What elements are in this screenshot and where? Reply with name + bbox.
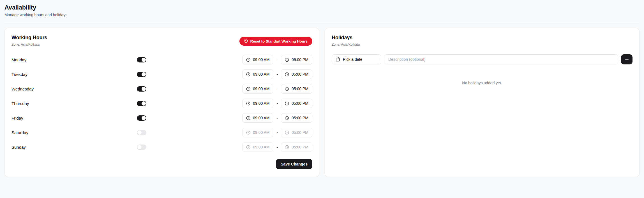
time-group: 09:00 AM - 05:00 PM bbox=[242, 84, 312, 94]
calendar-icon bbox=[336, 57, 340, 62]
working-hours-card: Working Hours Zone: Asia/Kolkata Reset t… bbox=[4, 28, 319, 177]
time-start-button[interactable]: 09:00 AM bbox=[242, 142, 273, 152]
time-separator: - bbox=[276, 57, 278, 62]
time-group: 09:00 AM - 05:00 PM bbox=[242, 99, 312, 108]
working-hours-header: Working Hours Zone: Asia/Kolkata Reset t… bbox=[11, 35, 312, 46]
start-time-value: 09:00 AM bbox=[253, 72, 269, 76]
time-group: 09:00 AM - 05:00 PM bbox=[242, 128, 312, 137]
end-time-value: 05:00 PM bbox=[292, 87, 308, 91]
start-time-value: 09:00 AM bbox=[253, 57, 269, 62]
end-time-value: 05:00 PM bbox=[292, 116, 308, 120]
day-label: Thursday bbox=[11, 101, 137, 106]
day-toggle[interactable] bbox=[137, 86, 146, 92]
content-area: Working Hours Zone: Asia/Kolkata Reset t… bbox=[0, 23, 644, 181]
holidays-card: Holidays Zone: Asia/Kolkata Pick a date bbox=[325, 28, 640, 177]
day-label: Wednesday bbox=[11, 87, 137, 91]
end-time-value: 05:00 PM bbox=[292, 72, 308, 76]
holidays-title: Holidays bbox=[332, 35, 360, 41]
clock-icon bbox=[246, 72, 250, 76]
time-end-button[interactable]: 05:00 PM bbox=[281, 99, 312, 108]
day-row: Tuesday 09:00 AM - 05:00 PM bbox=[11, 67, 312, 81]
clock-icon bbox=[285, 58, 289, 62]
plus-icon bbox=[624, 57, 629, 62]
day-row: Friday 09:00 AM - 05:00 PM bbox=[11, 111, 312, 125]
time-end-button[interactable]: 05:00 PM bbox=[281, 113, 312, 123]
working-hours-zone: Zone: Asia/Kolkata bbox=[11, 43, 47, 46]
day-toggle[interactable] bbox=[137, 101, 146, 106]
save-changes-button[interactable]: Save Changes bbox=[276, 159, 312, 169]
clock-icon bbox=[285, 131, 289, 135]
time-start-button[interactable]: 09:00 AM bbox=[242, 99, 273, 108]
day-label: Tuesday bbox=[11, 72, 137, 77]
clock-icon bbox=[285, 72, 289, 76]
toggle-knob bbox=[142, 87, 146, 91]
holidays-header: Holidays Zone: Asia/Kolkata bbox=[332, 35, 633, 46]
holiday-form: Pick a date bbox=[332, 54, 633, 64]
working-hours-title: Working Hours bbox=[11, 35, 47, 41]
clock-icon bbox=[246, 131, 250, 135]
toggle-knob bbox=[137, 145, 142, 149]
end-time-value: 05:00 PM bbox=[292, 145, 308, 149]
page-title: Availability bbox=[4, 4, 640, 11]
time-end-button[interactable]: 05:00 PM bbox=[281, 69, 312, 79]
end-time-value: 05:00 PM bbox=[292, 57, 308, 62]
time-separator: - bbox=[276, 145, 278, 149]
time-start-button[interactable]: 09:00 AM bbox=[242, 128, 273, 137]
day-row: Sunday 09:00 AM - 05:00 PM bbox=[11, 140, 312, 154]
holidays-zone: Zone: Asia/Kolkata bbox=[332, 43, 360, 46]
page-subtitle: Manage working hours and holidays bbox=[4, 13, 640, 17]
day-toggle[interactable] bbox=[137, 130, 146, 135]
clock-icon bbox=[246, 116, 250, 120]
time-start-button[interactable]: 09:00 AM bbox=[242, 113, 273, 123]
working-days-list: Monday 09:00 AM - 05:00 PM bbox=[11, 52, 312, 154]
toggle-knob bbox=[142, 72, 146, 76]
day-label: Sunday bbox=[11, 145, 137, 150]
day-toggle[interactable] bbox=[137, 57, 146, 62]
time-start-button[interactable]: 09:00 AM bbox=[242, 69, 273, 79]
reset-working-hours-button[interactable]: Reset to Standart Working Hours bbox=[239, 37, 312, 46]
time-separator: - bbox=[276, 72, 278, 76]
holiday-description-input[interactable] bbox=[384, 54, 618, 64]
time-separator: - bbox=[276, 87, 278, 91]
day-row: Thursday 09:00 AM - 05:00 PM bbox=[11, 96, 312, 111]
start-time-value: 09:00 AM bbox=[253, 130, 269, 135]
time-group: 09:00 AM - 05:00 PM bbox=[242, 55, 312, 64]
time-end-button[interactable]: 05:00 PM bbox=[281, 84, 312, 94]
time-separator: - bbox=[276, 101, 278, 106]
working-hours-title-block: Working Hours Zone: Asia/Kolkata bbox=[11, 35, 47, 46]
pick-date-button[interactable]: Pick a date bbox=[332, 54, 381, 64]
day-label: Friday bbox=[11, 116, 137, 120]
start-time-value: 09:00 AM bbox=[253, 116, 269, 120]
time-start-button[interactable]: 09:00 AM bbox=[242, 55, 273, 64]
add-holiday-button[interactable] bbox=[621, 54, 633, 64]
day-toggle[interactable] bbox=[137, 72, 146, 77]
clock-icon bbox=[285, 101, 289, 106]
time-group: 09:00 AM - 05:00 PM bbox=[242, 142, 312, 152]
start-time-value: 09:00 AM bbox=[253, 145, 269, 149]
end-time-value: 05:00 PM bbox=[292, 101, 308, 106]
toggle-knob bbox=[142, 101, 146, 106]
time-start-button[interactable]: 09:00 AM bbox=[242, 84, 273, 94]
clock-icon bbox=[285, 116, 289, 120]
clock-icon bbox=[285, 145, 289, 149]
time-end-button[interactable]: 05:00 PM bbox=[281, 128, 312, 137]
rotate-ccw-icon bbox=[244, 39, 248, 43]
time-end-button[interactable]: 05:00 PM bbox=[281, 142, 312, 152]
time-group: 09:00 AM - 05:00 PM bbox=[242, 69, 312, 79]
day-label: Monday bbox=[11, 57, 137, 62]
day-toggle[interactable] bbox=[137, 115, 146, 121]
day-toggle[interactable] bbox=[137, 145, 146, 150]
holidays-title-block: Holidays Zone: Asia/Kolkata bbox=[332, 35, 360, 46]
toggle-knob bbox=[142, 116, 146, 120]
reset-button-label: Reset to Standart Working Hours bbox=[250, 39, 308, 43]
clock-icon bbox=[246, 145, 250, 149]
time-group: 09:00 AM - 05:00 PM bbox=[242, 113, 312, 123]
time-separator: - bbox=[276, 130, 278, 135]
save-row: Save Changes bbox=[11, 159, 312, 169]
day-row: Monday 09:00 AM - 05:00 PM bbox=[11, 52, 312, 67]
pick-date-label: Pick a date bbox=[343, 57, 362, 62]
time-end-button[interactable]: 05:00 PM bbox=[281, 55, 312, 64]
start-time-value: 09:00 AM bbox=[253, 87, 269, 91]
end-time-value: 05:00 PM bbox=[292, 130, 308, 135]
clock-icon bbox=[246, 87, 250, 91]
